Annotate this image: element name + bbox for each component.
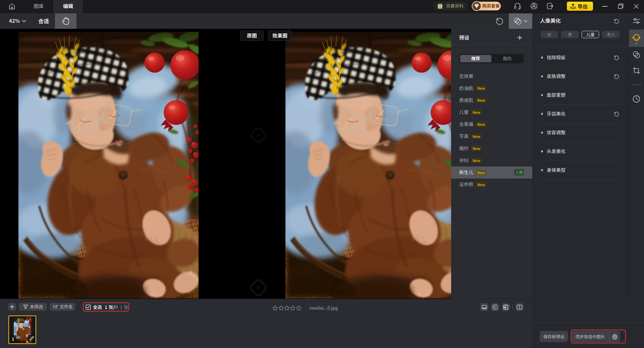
svg-text:R: R — [493, 306, 495, 309]
svg-text:M: M — [503, 306, 505, 309]
svg-text:A: A — [495, 306, 497, 309]
svg-text:Y: Y — [506, 306, 508, 309]
